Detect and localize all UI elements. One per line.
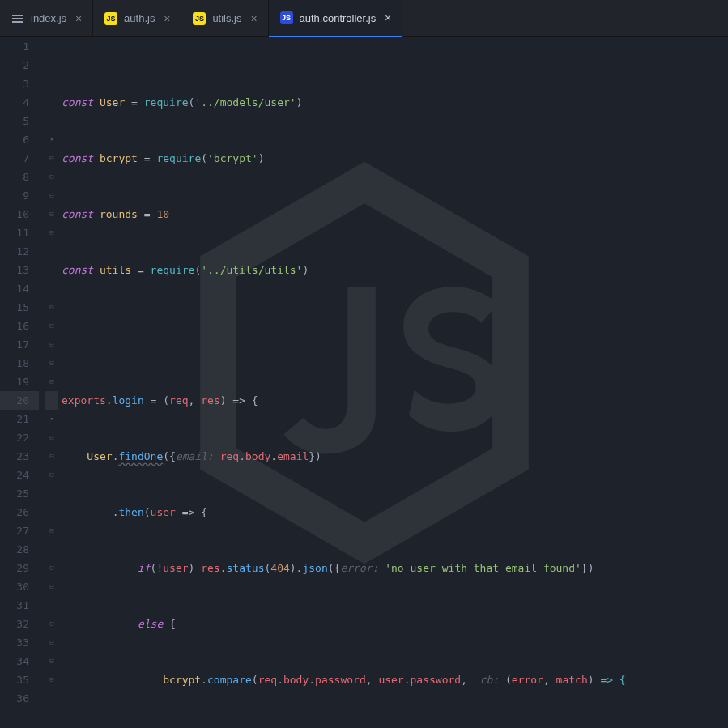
line-number: 11 [0, 224, 39, 242]
fold-marker[interactable]: ▾ [45, 410, 58, 428]
line-number: 28 [0, 540, 39, 559]
code-line[interactable]: if(!user) res.status(404).json({error: '… [62, 559, 728, 577]
fold-marker [45, 261, 58, 279]
line-number: 18 [0, 354, 39, 373]
line-number: 29 [0, 559, 39, 577]
close-icon[interactable]: × [73, 12, 84, 25]
tab-auth-controller-js[interactable]: JS auth.controller.js × [269, 0, 403, 37]
fold-marker[interactable]: ⊟ [45, 615, 58, 633]
line-number: 3 [0, 75, 39, 93]
code-line[interactable]: const rounds = 10 [62, 205, 728, 224]
fold-marker [45, 484, 58, 503]
line-number: 35 [0, 671, 39, 689]
fold-marker[interactable]: ⊟ [45, 354, 58, 373]
tab-label: auth.controller.js [300, 12, 377, 24]
js-icon: JS [280, 11, 293, 24]
fold-marker[interactable]: ⊟ [45, 373, 58, 391]
fold-marker [45, 689, 58, 708]
fold-marker[interactable]: ⊟ [45, 633, 58, 652]
code-area[interactable]: const User = require('../models/user') c… [58, 37, 728, 728]
code-line[interactable]: else { [62, 615, 728, 633]
fold-marker[interactable]: ⊟ [45, 186, 58, 205]
code-line[interactable]: const bcrypt = require('bcrypt') [62, 149, 728, 168]
fold-marker[interactable]: ⊟ [45, 559, 58, 577]
line-number: 5 [0, 112, 39, 130]
code-line[interactable]: const User = require('../models/user') [62, 93, 728, 112]
line-number-gutter: 1234567891011121314151617181920212223242… [0, 37, 45, 728]
tab-label: index.js [31, 12, 66, 24]
fold-marker [45, 93, 58, 112]
fold-marker [45, 56, 58, 75]
line-number: 10 [0, 205, 39, 224]
line-number: 36 [0, 689, 39, 708]
fold-marker[interactable]: ⊟ [45, 205, 58, 224]
fold-marker [45, 75, 58, 93]
line-number: 31 [0, 596, 39, 615]
line-number: 17 [0, 335, 39, 354]
fold-marker[interactable]: ⊟ [45, 298, 58, 317]
fold-gutter: ▾⊟⊟⊟⊟⊟⊟⊟⊟⊟⊟▾⊟⊟⊟⊟⊟⊟⊟⊟⊟⊟ [45, 37, 58, 728]
fold-marker[interactable]: ⊟ [45, 466, 58, 484]
svg-rect-1 [12, 18, 23, 19]
fold-marker[interactable]: ⊟ [45, 652, 58, 671]
svg-rect-2 [12, 21, 23, 23]
line-number: 30 [0, 577, 39, 596]
tab-bar: index.js × JS auth.js × JS utils.js × JS… [0, 0, 728, 37]
close-icon[interactable]: × [161, 12, 172, 25]
fold-marker[interactable]: ▾ [45, 130, 58, 149]
line-number: 33 [0, 633, 39, 652]
close-icon[interactable]: × [382, 11, 394, 24]
fold-marker [45, 242, 58, 261]
tab-label: utils.js [212, 12, 241, 24]
line-number: 20 [0, 391, 39, 410]
fold-marker[interactable]: ⊟ [45, 428, 58, 447]
code-line[interactable] [62, 317, 728, 335]
line-number: 21 [0, 410, 39, 428]
fold-marker [45, 503, 58, 522]
line-number: 27 [0, 522, 39, 540]
code-line[interactable]: exports.login = (req, res) => { [62, 391, 728, 410]
line-number: 15 [0, 298, 39, 317]
js-icon: JS [193, 12, 206, 25]
close-icon[interactable]: × [249, 12, 260, 25]
tab-index-js[interactable]: index.js × [0, 0, 93, 36]
editor-root: index.js × JS auth.js × JS utils.js × JS… [0, 0, 728, 728]
code-line[interactable]: .then(user => { [62, 503, 728, 522]
fold-marker [45, 112, 58, 130]
fold-marker[interactable]: ⊟ [45, 671, 58, 689]
fold-marker[interactable]: ⊟ [45, 522, 58, 540]
line-number: 7 [0, 149, 39, 168]
code-line[interactable]: const utils = require('../utils/utils') [62, 261, 728, 279]
fold-marker[interactable]: ⊟ [45, 335, 58, 354]
js-icon: JS [104, 12, 117, 25]
fold-marker [45, 391, 58, 410]
fold-marker [45, 596, 58, 615]
fold-marker [45, 540, 58, 559]
fold-marker[interactable]: ⊟ [45, 224, 58, 242]
line-number: 22 [0, 428, 39, 447]
tab-label: auth.js [124, 12, 155, 24]
line-number: 2 [0, 56, 39, 75]
line-number: 1 [0, 37, 39, 56]
fold-marker[interactable]: ⊟ [45, 317, 58, 335]
svg-rect-0 [12, 15, 23, 16]
line-number: 6 [0, 130, 39, 149]
fold-marker[interactable]: ⊟ [45, 447, 58, 466]
fold-marker[interactable]: ⊟ [45, 168, 58, 186]
tab-utils-js[interactable]: JS utils.js × [181, 0, 268, 36]
code-line[interactable]: User.findOne({email: req.body.email}) [62, 447, 728, 466]
index-icon [11, 12, 24, 25]
line-number: 25 [0, 484, 39, 503]
line-number: 9 [0, 186, 39, 205]
line-number: 34 [0, 652, 39, 671]
line-number: 24 [0, 466, 39, 484]
editor-area[interactable]: 1234567891011121314151617181920212223242… [0, 37, 728, 728]
code-line[interactable]: bcrypt.compare(req.body.password, user.p… [62, 671, 728, 689]
tab-auth-js[interactable]: JS auth.js × [93, 0, 181, 36]
line-number: 13 [0, 261, 39, 279]
line-number: 19 [0, 373, 39, 391]
fold-marker[interactable]: ⊟ [45, 577, 58, 596]
line-number: 14 [0, 279, 39, 298]
line-number: 4 [0, 93, 39, 112]
fold-marker[interactable]: ⊟ [45, 149, 58, 168]
